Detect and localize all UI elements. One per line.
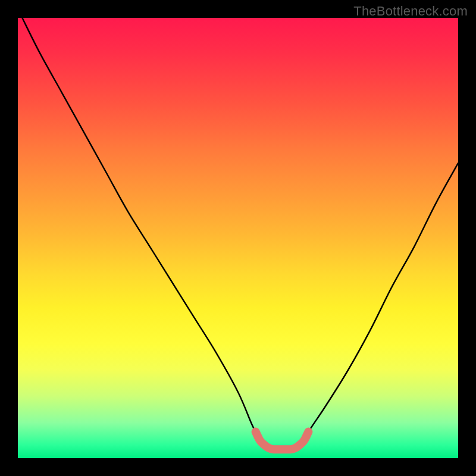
plot-area <box>18 18 458 458</box>
trough-highlight <box>256 432 309 450</box>
bottleneck-curve <box>22 18 458 449</box>
chart-frame: TheBottleneck.com <box>0 0 476 476</box>
curve-svg <box>18 18 458 458</box>
watermark-text: TheBottleneck.com <box>353 4 468 19</box>
